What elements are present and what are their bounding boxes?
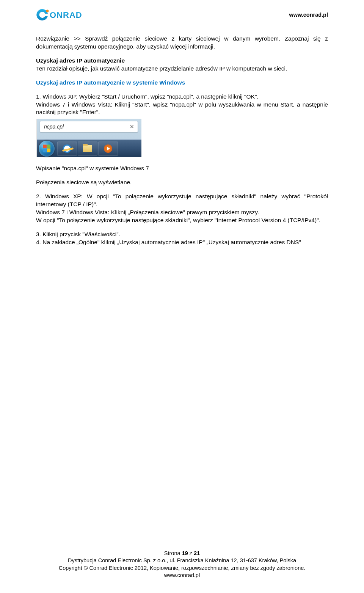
paragraph-connections-shown: Połączenia sieciowe są wyświetlane. bbox=[36, 179, 328, 187]
step-1-xp: 1. Windows XP: Wybierz "Start / Uruchom"… bbox=[36, 93, 328, 101]
page-number: Strona 19 z 21 bbox=[0, 550, 364, 557]
page-footer: Strona 19 z 21 Dystrybucja Conrad Electr… bbox=[0, 550, 364, 579]
step-3: 3. Kliknij przycisk "Właściwości". bbox=[36, 231, 328, 238]
paragraph-solution: Rozwiązanie >> Sprawdź połączenie siecio… bbox=[36, 35, 328, 51]
paragraph-intro: Ten rozdział opisuje, jak ustawić automa… bbox=[36, 65, 328, 73]
screenshot-win7-search: ncpa.cpl ✕ bbox=[36, 119, 141, 157]
header-url: www.conrad.pl bbox=[289, 8, 328, 19]
screenshot-caption: Wpisanie "ncpa.cpl" w systemie Windows 7 bbox=[36, 165, 328, 173]
footer-url: www.conrad.pl bbox=[0, 572, 364, 579]
svg-text:ONRAD: ONRAD bbox=[50, 10, 82, 20]
footer-distribution: Dystrybucja Conrad Electronic Sp. z o.o.… bbox=[0, 557, 364, 565]
step-1-win7: Windows 7 i Windows Vista: Kliknij "Star… bbox=[36, 101, 328, 117]
start-button-orb bbox=[39, 141, 55, 157]
taskbar-wmp-icon bbox=[98, 141, 118, 156]
taskbar-ie-icon bbox=[57, 141, 77, 156]
step-4: 4. Na zakładce „Ogólne" kliknij „Uzyskaj… bbox=[36, 238, 328, 246]
taskbar-explorer-icon bbox=[78, 141, 97, 156]
step-2-xp: 2. Windows XP: W opcji "To połączenie wy… bbox=[36, 193, 328, 209]
taskbar bbox=[37, 140, 141, 157]
heading-auto-ip: Uzyskaj adres IP automatycznie bbox=[36, 57, 328, 65]
logo-conrad: ONRAD bbox=[36, 8, 97, 22]
footer-copyright: Copyright © Conrad Electronic 2012, Kopi… bbox=[0, 565, 364, 572]
heading-auto-ip-windows: Uzyskaj adres IP automatycznie w systemi… bbox=[36, 79, 328, 87]
clear-search-icon: ✕ bbox=[130, 123, 134, 130]
svg-point-0 bbox=[46, 10, 49, 13]
search-box: ncpa.cpl ✕ bbox=[40, 121, 138, 132]
search-input-value: ncpa.cpl bbox=[44, 123, 64, 130]
step-2-win7-a: Windows 7 i Windows Vista: Kliknij „Połą… bbox=[36, 209, 328, 216]
step-2-win7-b: W opcji "To połączenie wykorzystuje nast… bbox=[36, 216, 328, 224]
